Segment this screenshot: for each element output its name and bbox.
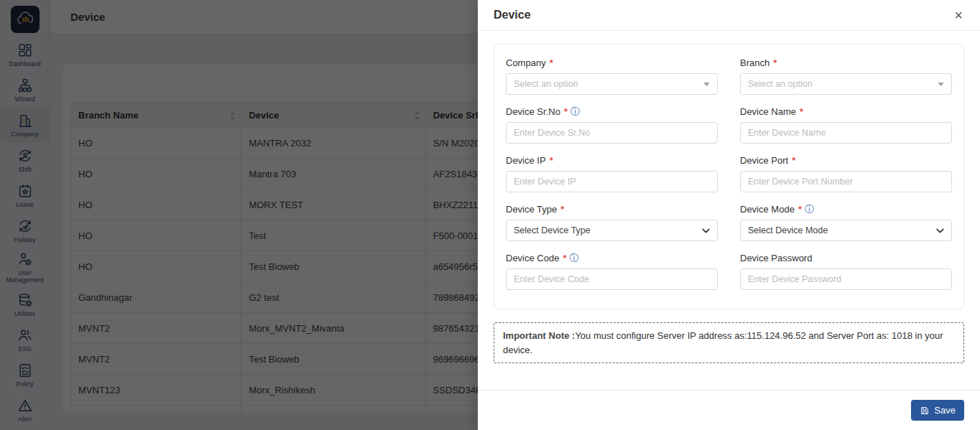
field-device-type: Device Type*Select Device Type	[506, 204, 718, 241]
device-password-input[interactable]	[740, 268, 952, 290]
field-label: Device Port	[740, 155, 788, 166]
field-label: Device IP	[506, 155, 546, 166]
required-asterisk: *	[564, 106, 568, 117]
field-device-mode: Device Mode*ⓘSelect Device Mode	[740, 204, 952, 241]
branch-dropdown[interactable]: Select an option	[740, 73, 952, 95]
info-icon: ⓘ	[805, 205, 814, 214]
field-company: Company*Select an option	[506, 57, 718, 95]
device-ip-input[interactable]	[506, 171, 718, 192]
info-icon: ⓘ	[570, 253, 579, 263]
info-icon: ⓘ	[570, 107, 580, 116]
device-name-input[interactable]	[740, 122, 952, 144]
field-device-ip: Device IP*	[506, 155, 718, 192]
device-port-input[interactable]	[740, 171, 952, 192]
field-device-code: Device Code*ⓘ	[506, 253, 718, 290]
field-label: Device Mode	[740, 204, 795, 215]
company-dropdown[interactable]: Select an option	[506, 73, 718, 95]
required-asterisk: *	[550, 155, 553, 166]
field-label: Device Sr.No	[506, 106, 560, 117]
required-asterisk: *	[792, 155, 795, 166]
field-device-sr-no: Device Sr.No*ⓘ	[506, 106, 718, 144]
drawer-header: Device ×	[478, 0, 980, 31]
drawer-footer: Save	[478, 390, 980, 430]
drawer-body: Company*Select an optionBranch*Select an…	[478, 44, 980, 363]
required-asterisk: *	[798, 204, 802, 215]
required-asterisk: *	[800, 106, 803, 117]
field-device-port: Device Port*	[740, 155, 952, 192]
device-drawer: Device × Company*Select an optionBranch*…	[478, 0, 980, 430]
device-mode-select[interactable]: Select Device Mode	[740, 220, 952, 241]
chevron-down-icon	[702, 228, 710, 233]
device-form: Company*Select an optionBranch*Select an…	[494, 44, 964, 309]
close-icon[interactable]: ×	[954, 8, 963, 22]
field-label: Device Name	[740, 106, 796, 117]
field-label: Device Code	[506, 253, 559, 263]
field-label: Branch	[740, 57, 769, 68]
important-note: Important Note :You must configure Serve…	[494, 322, 964, 363]
field-device-name: Device Name*	[740, 106, 952, 144]
field-label: Company	[506, 57, 546, 68]
important-note-label: Important Note :	[503, 330, 575, 341]
save-button[interactable]: Save	[911, 400, 964, 421]
required-asterisk: *	[560, 204, 564, 215]
required-asterisk: *	[773, 57, 777, 68]
drawer-title: Device	[494, 9, 531, 22]
device-sr-no-input[interactable]	[506, 122, 718, 144]
caret-down-icon	[938, 83, 944, 86]
field-label: Device Password	[740, 253, 812, 263]
required-asterisk: *	[563, 253, 566, 263]
caret-down-icon	[703, 83, 710, 86]
field-branch: Branch*Select an option	[740, 57, 952, 95]
chevron-down-icon	[936, 228, 944, 233]
save-icon	[920, 406, 930, 416]
required-asterisk: *	[550, 57, 553, 68]
field-device-password: Device Password	[740, 253, 952, 290]
device-code-input[interactable]	[506, 268, 718, 290]
device-type-select[interactable]: Select Device Type	[506, 220, 718, 241]
field-label: Device Type	[506, 204, 557, 215]
